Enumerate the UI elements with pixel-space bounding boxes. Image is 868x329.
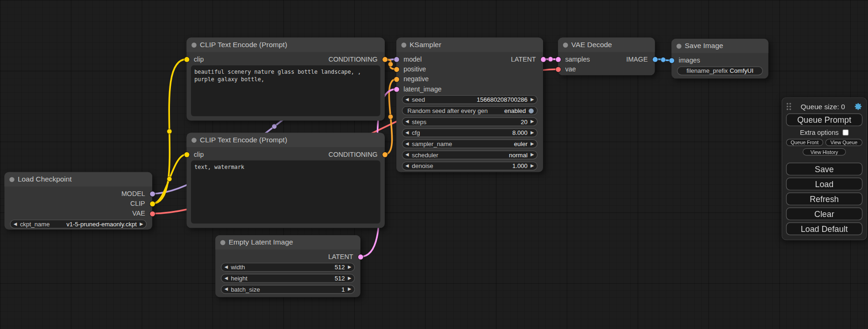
- widget-width[interactable]: ◀width512▶: [221, 263, 355, 272]
- collapse-dot[interactable]: [402, 42, 407, 48]
- widget-height[interactable]: ◀height512▶: [221, 274, 355, 283]
- output-port-LATENT[interactable]: LATENT: [328, 252, 360, 261]
- input-port-model[interactable]: model: [396, 54, 422, 64]
- port-dot-vae: [150, 211, 155, 216]
- node-title-bar[interactable]: Empty Latent Image: [215, 235, 360, 250]
- widget-increment-arrow[interactable]: ▶: [528, 96, 537, 104]
- widget-decrement-arrow[interactable]: ◀: [402, 140, 412, 148]
- widget-label: steps: [412, 119, 426, 125]
- node-title-text: Save Image: [685, 42, 723, 50]
- queue-prompt-button[interactable]: Queue Prompt: [786, 113, 863, 126]
- node-save-image[interactable]: Save Imageimagesfilename_prefixComfyUI: [671, 39, 768, 78]
- input-port-negative[interactable]: negative: [396, 74, 429, 84]
- widget-decrement-arrow[interactable]: ◀: [402, 162, 412, 170]
- port-label: MODEL: [121, 190, 145, 198]
- widget-steps[interactable]: ◀steps20▶: [402, 117, 537, 126]
- load-button[interactable]: Load: [786, 178, 863, 190]
- widget-label: sampler_name: [412, 140, 452, 147]
- node-ksampler[interactable]: KSamplermodelpositivenegativelatent_imag…: [396, 38, 543, 172]
- port-label: samples: [565, 56, 590, 63]
- widget-increment-arrow[interactable]: ▶: [345, 274, 354, 282]
- widget-increment-arrow[interactable]: ▶: [528, 151, 537, 159]
- widget-increment-arrow[interactable]: ▶: [137, 220, 146, 228]
- collapse-dot[interactable]: [220, 240, 226, 245]
- output-port-CONDITIONING[interactable]: CONDITIONING: [328, 54, 385, 64]
- output-port-LATENT[interactable]: LATENT: [511, 54, 543, 64]
- link-midpoint-dot: [661, 57, 666, 63]
- view-queue-button[interactable]: View Queue: [826, 139, 862, 146]
- input-port-samples[interactable]: samples: [558, 54, 590, 64]
- save-button[interactable]: Save: [786, 163, 863, 175]
- output-port-MODEL[interactable]: MODEL: [121, 189, 152, 198]
- clear-button[interactable]: Clear: [786, 208, 863, 220]
- widget-seed[interactable]: ◀seed156680208700286▶: [402, 95, 537, 104]
- widget-increment-arrow[interactable]: ▶: [528, 129, 537, 137]
- extra-options-checkbox[interactable]: [842, 129, 848, 135]
- widget-decrement-arrow[interactable]: ◀: [221, 286, 231, 294]
- node-title-bar[interactable]: Save Image: [671, 39, 768, 53]
- node-title-text: CLIP Text Encode (Prompt): [200, 41, 287, 49]
- output-port-IMAGE[interactable]: IMAGE: [626, 54, 655, 64]
- widget-filename_prefix[interactable]: filename_prefixComfyUI: [677, 66, 763, 75]
- input-port-positive[interactable]: positive: [396, 64, 426, 74]
- widget-decrement-arrow[interactable]: ◀: [11, 220, 20, 228]
- collapse-dot[interactable]: [191, 138, 197, 143]
- widget-decrement-arrow[interactable]: ◀: [402, 129, 412, 137]
- widget-increment-arrow[interactable]: ▶: [345, 263, 354, 271]
- node-clip-text-encode-positive[interactable]: CLIP Text Encode (Prompt)clipCONDITIONIN…: [187, 38, 385, 121]
- node-vae-decode[interactable]: VAE DecodesamplesvaeIMAGE: [558, 38, 655, 76]
- widget-decrement-arrow[interactable]: ◀: [221, 274, 231, 282]
- input-port-images[interactable]: images: [671, 56, 700, 65]
- widget-increment-arrow[interactable]: ▶: [345, 286, 354, 294]
- widget-cfg[interactable]: ◀cfg8.000▶: [402, 128, 537, 137]
- widget-decrement-arrow[interactable]: ◀: [402, 118, 412, 126]
- port-dot-latent: [541, 57, 546, 62]
- output-port-CONDITIONING[interactable]: CONDITIONING: [328, 149, 385, 159]
- input-port-vae[interactable]: vae: [558, 64, 576, 74]
- node-clip-text-encode-negative[interactable]: CLIP Text Encode (Prompt)clipCONDITIONIN…: [187, 133, 385, 228]
- widget-label: seed: [412, 96, 425, 103]
- widget-increment-arrow[interactable]: ▶: [528, 162, 537, 170]
- widget-increment-arrow[interactable]: ▶: [528, 118, 537, 126]
- node-title-bar[interactable]: KSampler: [396, 38, 543, 52]
- settings-gear-icon[interactable]: [854, 102, 862, 111]
- widget-denoise[interactable]: ◀denoise1.000▶: [402, 161, 537, 170]
- input-port-clip[interactable]: clip: [187, 54, 204, 64]
- widget-increment-arrow[interactable]: ▶: [528, 140, 537, 148]
- collapse-dot[interactable]: [677, 43, 682, 49]
- widget-decrement-arrow[interactable]: ◀: [402, 96, 412, 104]
- widget-scheduler[interactable]: ◀schedulernormal▶: [402, 150, 537, 159]
- node-load-checkpoint[interactable]: Load CheckpointMODELCLIPVAE◀ckpt_namev1-…: [4, 172, 152, 230]
- output-port-CLIP[interactable]: CLIP: [130, 199, 152, 209]
- node-graph-canvas[interactable]: Queue size: 0 Queue Prompt Extra options…: [0, 0, 868, 329]
- widget-random-seed-after-every-gen[interactable]: Random seed after every genenabled: [402, 106, 537, 115]
- collapse-dot[interactable]: [9, 177, 14, 182]
- input-port-latent_image[interactable]: latent_image: [396, 84, 442, 94]
- node-title-bar[interactable]: CLIP Text Encode (Prompt): [187, 133, 385, 147]
- node-title-bar[interactable]: CLIP Text Encode (Prompt): [187, 38, 385, 52]
- view-history-button[interactable]: View History: [803, 148, 846, 155]
- widget-decrement-arrow[interactable]: ◀: [221, 263, 231, 271]
- widget-ckpt_name[interactable]: ◀ckpt_namev1-5-pruned-emaonly.ckpt▶: [10, 220, 147, 229]
- widget-value: 20: [426, 119, 528, 125]
- widget-sampler_name[interactable]: ◀sampler_nameeuler▶: [402, 140, 537, 148]
- node-title-bar[interactable]: VAE Decode: [558, 38, 655, 52]
- link-midpoint-dot: [388, 62, 393, 67]
- node-title-bar[interactable]: Load Checkpoint: [4, 172, 152, 187]
- toggle-knob[interactable]: [529, 108, 534, 113]
- link-midpoint-dot: [388, 114, 393, 119]
- prompt-textarea[interactable]: beautiful scenery nature glass bottle la…: [191, 65, 380, 116]
- widget-decrement-arrow[interactable]: ◀: [402, 151, 412, 159]
- load-default-button[interactable]: Load Default: [786, 223, 863, 235]
- drag-handle-icon[interactable]: [786, 102, 792, 111]
- output-port-VAE[interactable]: VAE: [132, 209, 152, 218]
- input-port-clip[interactable]: clip: [187, 149, 204, 159]
- node-empty-latent-image[interactable]: Empty Latent ImageLATENT◀width512▶◀heigh…: [215, 235, 360, 297]
- widget-batch_size[interactable]: ◀batch_size1▶: [221, 285, 355, 294]
- prompt-textarea[interactable]: text, watermark: [191, 161, 380, 224]
- port-label: LATENT: [328, 253, 353, 261]
- queue-front-button[interactable]: Queue Front: [786, 139, 823, 146]
- collapse-dot[interactable]: [191, 42, 197, 48]
- refresh-button[interactable]: Refresh: [786, 193, 863, 205]
- collapse-dot[interactable]: [563, 42, 568, 48]
